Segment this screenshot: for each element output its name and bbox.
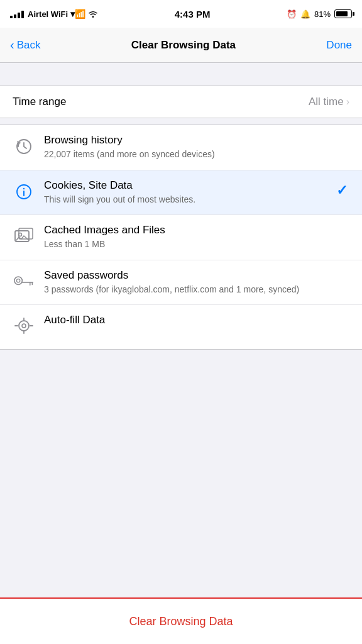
section-gap-mid <box>0 118 362 125</box>
page-title: Clear Browsing Data <box>40 39 326 52</box>
back-label: Back <box>17 39 41 52</box>
item-check <box>334 269 349 292</box>
item-title: Browsing history <box>44 134 328 147</box>
time-range-section: Time range All time › <box>0 86 362 118</box>
battery-percent: 81% <box>314 9 331 19</box>
item-title: Auto-fill Data <box>44 314 328 326</box>
checkmark-icon: ✓ <box>336 182 348 199</box>
done-button[interactable]: Done <box>326 39 352 52</box>
info-icon <box>13 180 35 203</box>
chevron-right-icon: › <box>346 96 349 108</box>
list-item[interactable]: Cached Images and Files Less than 1 MB <box>0 215 362 260</box>
svg-point-13 <box>22 324 26 328</box>
clear-browsing-data-button[interactable]: Clear Browsing Data <box>0 599 362 644</box>
time-range-label: Time range <box>13 96 66 108</box>
clear-button-container: Clear Browsing Data <box>0 597 362 644</box>
time-range-row[interactable]: Time range All time › <box>0 86 362 118</box>
list-item[interactable]: Cookies, Site Data This will sign you ou… <box>0 170 362 216</box>
status-right: ⏰ 🔔 81% <box>287 9 352 19</box>
alarm-icon: ⏰ <box>287 9 297 19</box>
item-check <box>334 134 349 157</box>
svg-point-7 <box>14 277 22 284</box>
item-content: Browsing history 22,007 items (and more … <box>44 134 328 161</box>
carrier-label: Airtel WiFi <box>28 9 68 19</box>
item-title: Cached Images and Files <box>44 224 328 236</box>
autofill-icon <box>13 315 35 338</box>
back-chevron-icon: ‹ <box>10 38 14 52</box>
item-subtitle: 22,007 items (and more on synced devices… <box>44 148 328 161</box>
item-title: Cookies, Site Data <box>44 179 328 192</box>
key-icon <box>13 270 35 293</box>
status-left: Airtel WiFi ▾📶 <box>10 9 98 19</box>
svg-point-6 <box>19 233 22 236</box>
item-check <box>334 314 349 336</box>
list-item[interactable]: Auto-fill Data <box>0 305 362 349</box>
wifi-icon: ▾📶 <box>70 9 85 19</box>
item-content: Auto-fill Data <box>44 314 328 328</box>
item-subtitle: This will sign you out of most websites. <box>44 194 328 206</box>
images-icon <box>13 225 35 248</box>
status-time: 4:43 PM <box>175 9 211 19</box>
svg-point-12 <box>19 321 29 331</box>
item-check <box>334 224 349 247</box>
item-content: Cookies, Site Data This will sign you ou… <box>44 179 328 206</box>
wifi-icon <box>88 10 98 18</box>
item-subtitle: 3 passwords (for ikyaglobal.com, netflix… <box>44 284 328 296</box>
item-content: Saved passwords 3 passwords (for ikyaglo… <box>44 269 328 296</box>
svg-point-2 <box>23 187 25 189</box>
item-checkmark: ✓ <box>334 179 349 202</box>
battery-fill <box>336 11 348 16</box>
list-item[interactable]: Saved passwords 3 passwords (for ikyaglo… <box>0 260 362 306</box>
bell-icon: 🔔 <box>300 9 310 19</box>
history-icon <box>13 135 35 158</box>
list-item[interactable]: Browsing history 22,007 items (and more … <box>0 125 362 170</box>
data-items-list: Browsing history 22,007 items (and more … <box>0 125 362 350</box>
item-title: Saved passwords <box>44 269 328 282</box>
status-bar: Airtel WiFi ▾📶 4:43 PM ⏰ 🔔 81% <box>0 0 362 28</box>
back-button[interactable]: ‹ Back <box>10 38 40 52</box>
signal-bars <box>10 9 24 18</box>
clear-button-label: Clear Browsing Data <box>129 615 233 628</box>
time-range-value: All time › <box>309 96 349 108</box>
svg-point-8 <box>16 279 19 282</box>
time-range-current: All time <box>309 96 344 108</box>
item-content: Cached Images and Files Less than 1 MB <box>44 224 328 251</box>
battery-icon <box>334 9 352 18</box>
nav-bar: ‹ Back Clear Browsing Data Done <box>0 28 362 63</box>
section-gap-top <box>0 63 362 86</box>
item-subtitle: Less than 1 MB <box>44 238 328 251</box>
